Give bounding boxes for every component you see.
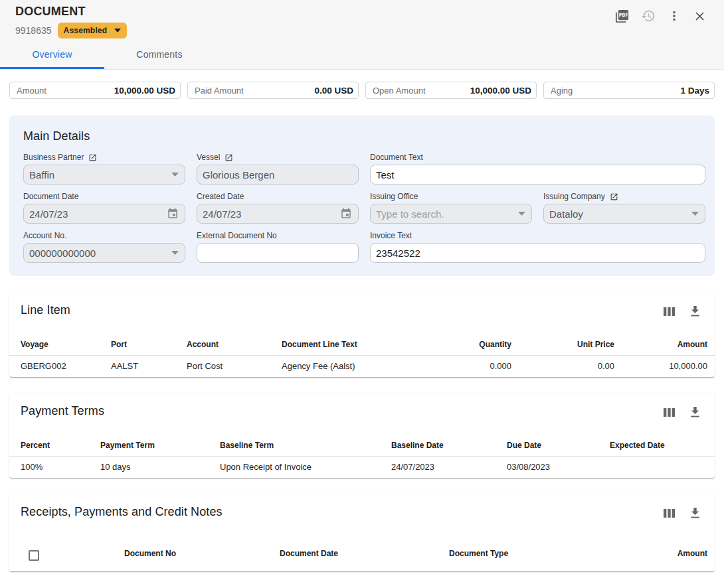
field-account-no: Account No. 000000000000 <box>23 232 185 263</box>
field-invoice-text: Invoice Text <box>370 232 705 263</box>
col-voyage: Voyage <box>9 334 111 355</box>
col-amount: Amount <box>614 334 715 355</box>
field-issuing-office: Issuing Office Type to search. <box>370 192 532 224</box>
header-actions <box>609 4 713 28</box>
summary-stats: Amount 10,000.00 USD Paid Amount 0.00 US… <box>9 82 715 99</box>
col-expected-date: Expected Date <box>610 435 715 456</box>
main-details-title: Main Details <box>23 129 705 143</box>
stat-open-amount: Open Amount 10,000.00 USD <box>365 82 537 99</box>
payment-terms-title: Payment Terms <box>21 403 104 419</box>
issuing-office-select[interactable]: Type to search. <box>370 204 532 224</box>
payment-terms-download-button[interactable] <box>687 404 703 420</box>
account-no-select[interactable]: 000000000000 <box>23 243 185 263</box>
field-business-partner: Business Partner Baffin <box>23 153 185 184</box>
field-created-date: Created Date 24/07/23 <box>197 192 359 224</box>
history-button[interactable] <box>635 4 661 28</box>
columns-icon <box>664 307 675 316</box>
business-partner-select[interactable]: Baffin <box>23 165 185 184</box>
col-payment-term: Payment Term <box>100 435 220 456</box>
col-account: Account <box>187 334 282 355</box>
document-header: DOCUMENT 9918635 Assembled <box>0 0 724 70</box>
document-text-input-wrap <box>370 165 705 184</box>
line-item-table: Voyage Port Account Document Line Text Q… <box>9 334 715 377</box>
line-item-row[interactable]: GBERG002 AALST Port Cost Agency Fee (Aal… <box>9 355 715 377</box>
col-quantity: Quantity <box>414 334 511 355</box>
cell-account: Port Cost <box>187 355 282 377</box>
stat-paid-amount: Paid Amount 0.00 USD <box>187 82 359 99</box>
pdf-icon <box>614 9 630 24</box>
dropdown-caret-icon <box>518 212 525 216</box>
title-block: DOCUMENT 9918635 Assembled <box>15 5 127 38</box>
more-options-button[interactable] <box>661 4 687 28</box>
cell-baseline-term: Upon Receipt of Invoice <box>220 456 391 478</box>
col-document-line-text: Document Line Text <box>282 334 414 355</box>
dropdown-caret-icon <box>691 212 699 216</box>
receipts-table: Document No Document Date Document Type … <box>9 536 715 571</box>
more-vert-icon <box>667 9 681 23</box>
cell-due-date: 03/08/2023 <box>507 456 610 478</box>
col-unit-price: Unit Price <box>511 334 614 355</box>
open-in-new-icon[interactable] <box>88 153 97 162</box>
document-date-picker[interactable]: 24/07/23 <box>23 204 185 224</box>
cell-payment-term: 10 days <box>100 456 220 478</box>
overview-tab-content: Amount 10,000.00 USD Paid Amount 0.00 US… <box>0 70 724 571</box>
col-port: Port <box>111 334 187 355</box>
stat-aging: Aging 1 Days <box>543 82 715 99</box>
document-text-input[interactable] <box>376 169 699 181</box>
open-in-new-icon[interactable] <box>610 192 618 201</box>
close-button[interactable] <box>687 4 713 28</box>
payment-terms-section: Payment Terms Percent Payment Term Basel… <box>9 394 715 478</box>
invoice-text-input-wrap <box>370 243 705 263</box>
cell-amount: 10,000.00 <box>614 355 715 377</box>
receipts-columns-button[interactable] <box>661 505 677 521</box>
tab-overview[interactable]: Overview <box>0 40 104 69</box>
cell-quantity: 0.000 <box>414 355 511 377</box>
receipts-download-button[interactable] <box>687 505 703 521</box>
stat-amount: Amount 10,000.00 USD <box>9 82 181 99</box>
tab-comments[interactable]: Comments <box>104 40 215 69</box>
document-detail-view: DOCUMENT 9918635 Assembled <box>0 0 724 571</box>
select-all-checkbox[interactable] <box>29 550 39 561</box>
col-percent: Percent <box>9 435 100 456</box>
created-date-picker[interactable]: 24/07/23 <box>197 204 359 224</box>
page-title: DOCUMENT <box>15 5 127 18</box>
vessel-field[interactable]: Glorious Bergen <box>197 165 359 184</box>
history-icon <box>641 9 656 23</box>
payment-terms-row[interactable]: 100% 10 days Upon Receipt of Invoice 24/… <box>9 456 715 478</box>
invoice-text-input[interactable] <box>376 248 699 259</box>
receipts-header-row: Document No Document Date Document Type … <box>9 536 715 571</box>
dropdown-caret-icon <box>171 251 179 255</box>
line-item-section: Line Item Voyage Port Account Document L <box>9 293 715 377</box>
line-item-header-row: Voyage Port Account Document Line Text Q… <box>9 334 715 355</box>
col-due-date: Due Date <box>507 435 610 456</box>
payment-terms-columns-button[interactable] <box>661 404 677 420</box>
field-document-date: Document Date 24/07/23 <box>23 192 185 224</box>
field-issuing-company: Issuing Company Dataloy <box>543 192 705 224</box>
col-document-no: Document No <box>124 536 280 571</box>
cell-unit-price: 0.00 <box>511 355 614 377</box>
calendar-icon <box>167 208 179 220</box>
line-item-columns-button[interactable] <box>661 303 677 319</box>
cell-voyage: GBERG002 <box>9 355 111 377</box>
external-document-no-input-wrap <box>197 243 359 263</box>
col-document-type: Document Type <box>449 536 612 571</box>
cell-percent: 100% <box>9 456 100 478</box>
active-tab-indicator <box>0 67 104 69</box>
cell-document-line-text: Agency Fee (Aalst) <box>282 355 414 377</box>
main-details-panel: Main Details Business Partner Baffin Ves… <box>9 115 715 276</box>
open-in-new-icon[interactable] <box>225 153 233 162</box>
columns-icon <box>664 408 675 417</box>
pdf-export-button[interactable] <box>609 4 635 28</box>
external-document-no-input[interactable] <box>203 248 353 259</box>
download-icon <box>691 407 699 417</box>
tab-bar: Overview Comments <box>0 40 724 70</box>
payment-terms-table: Percent Payment Term Baseline Term Basel… <box>9 435 715 478</box>
cell-baseline-date: 24/07/2023 <box>391 456 507 478</box>
columns-icon <box>664 509 675 518</box>
field-vessel: Vessel Glorious Bergen <box>197 153 359 184</box>
receipts-section: Receipts, Payments and Credit Notes Docu… <box>9 494 715 571</box>
line-item-download-button[interactable] <box>687 303 703 319</box>
status-badge[interactable]: Assembled <box>58 23 128 38</box>
cell-expected-date <box>610 456 715 478</box>
issuing-company-select[interactable]: Dataloy <box>543 204 705 224</box>
